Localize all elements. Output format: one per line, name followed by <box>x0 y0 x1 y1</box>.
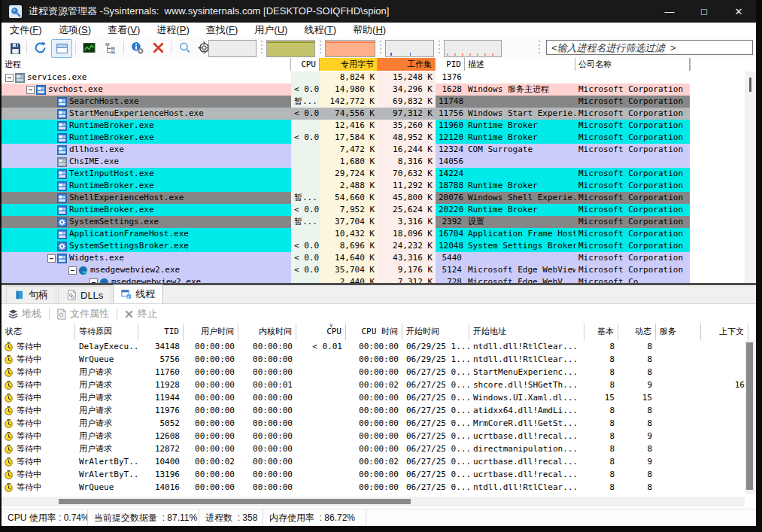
process-row[interactable]: ApplicationFrameHost.exe10,432 K18,096 K… <box>2 228 745 240</box>
thread-row[interactable]: 等待中DelayExecu...3414800:00:0000:00:00< 0… <box>2 340 745 353</box>
tree-collapse-box[interactable] <box>26 86 35 94</box>
refresh-button[interactable] <box>30 39 50 56</box>
process-row[interactable]: msedgewebview2.exe2,440 K7,312 K728Micro… <box>2 276 745 283</box>
process-row[interactable]: ShellExperienceHost.exe暂...54,660 K45,80… <box>2 192 745 204</box>
save-button[interactable] <box>5 39 25 56</box>
title-bar[interactable]: 进程资源管理器 -Sysinternals: www.sysinternals.… <box>2 0 756 23</box>
properties-button[interactable] <box>127 39 147 56</box>
commit-charge-graph[interactable] <box>266 40 315 57</box>
thread-row[interactable]: 等待中用户请求1194400:00:0000:00:0000:00:0006/2… <box>2 391 745 404</box>
minimize-button[interactable]: — <box>652 0 687 23</box>
physical-memory-graph[interactable] <box>325 40 375 57</box>
thread-column-header-service[interactable]: 服务 <box>656 324 701 340</box>
process-column-header-description[interactable]: 描述 <box>465 58 575 71</box>
thread-row[interactable]: 等待中用户请求1287200:00:0000:00:0000:00:0006/2… <box>2 442 745 455</box>
process-column-header-company[interactable]: 公司名称 <box>575 58 690 71</box>
thread-row[interactable]: 等待中用户请求1260800:00:0000:00:0000:00:0006/2… <box>2 430 745 442</box>
thread-row[interactable]: 等待中用户请求505200:00:0000:00:0000:00:0006/27… <box>2 417 745 430</box>
thread-column-header-tid[interactable]: TID <box>138 324 184 340</box>
gpu-usage-graph[interactable] <box>385 40 434 57</box>
toolbar-gripper[interactable] <box>261 41 263 55</box>
cpu-usage-graph[interactable] <box>208 40 257 57</box>
menu-item-5[interactable]: 用户(U) <box>246 23 296 38</box>
thread-column-header-context[interactable]: 上下文 <box>701 324 748 340</box>
show-lower-pane-button[interactable] <box>51 39 72 58</box>
process-row[interactable]: TextInputHost.exe29,724 K70,632 K14224Mi… <box>2 168 745 180</box>
thread-row[interactable]: 等待中用户请求1192800:00:0000:00:0100:00:0206/2… <box>2 378 745 391</box>
thread-column-header-cpu_time[interactable]: CPU 时间 <box>346 324 402 340</box>
process-row[interactable]: RuntimeBroker.exe12,416 K35,260 K11960Ru… <box>2 120 745 132</box>
process-tree-button[interactable] <box>100 39 120 56</box>
menu-item-7[interactable]: 帮助(H) <box>345 23 394 38</box>
process-row[interactable]: Widgets.exe< 0.0114,640 K43,316 K5440Mic… <box>2 252 745 264</box>
menu-item-6[interactable]: 线程(T) <box>296 23 345 38</box>
menu-item-3[interactable]: 进程(P) <box>148 23 197 38</box>
find-handle-button[interactable] <box>175 39 194 56</box>
kill-process-button[interactable] <box>148 39 168 56</box>
thread-row[interactable]: 等待中WrAlertByT...1040000:00:0200:00:0000:… <box>2 455 745 468</box>
menu-item-0[interactable]: 文件(F) <box>2 23 50 38</box>
thread-row[interactable]: 等待中WrQueue1401600:00:0000:00:0000:00:000… <box>2 481 745 494</box>
process-row[interactable]: msedgewebview2.exe< 0.0135,704 K9,176 K5… <box>2 264 745 276</box>
thread-column-header-dynamic[interactable]: 动态 <box>618 324 656 340</box>
process-pane-scrollbar[interactable] <box>745 71 756 283</box>
thread-column-header-cpu[interactable]: CPU∨ <box>296 324 346 340</box>
tab-dlls[interactable]: DLLs <box>58 286 111 303</box>
thread-column-header-start_time[interactable]: 开始时间 <box>402 324 469 340</box>
stack-button[interactable]: 堆栈 <box>8 307 41 321</box>
process-row[interactable]: RuntimeBroker.exe2,488 K11,292 K18788Run… <box>2 180 745 192</box>
process-row[interactable]: SystemSettingsBroker.exe< 0.018,696 K24,… <box>2 240 745 252</box>
thread-pane-scrollbar[interactable] <box>745 340 756 494</box>
io-activity-graph[interactable] <box>444 40 502 57</box>
process-pane-scrollbar-thumb[interactable] <box>749 78 751 92</box>
menu-item-2[interactable]: 查看(V) <box>99 23 148 38</box>
process-row[interactable]: RuntimeBroker.exe< 0.017,952 K25,624 K20… <box>2 204 745 216</box>
thread-row[interactable]: 等待中用户请求1176000:00:0000:00:0000:00:0006/2… <box>2 366 745 378</box>
close-button[interactable]: ✕ <box>721 0 756 23</box>
thread-pane-hscrollbar-thumb[interactable] <box>59 499 411 504</box>
toolbar-gripper[interactable] <box>439 41 441 55</box>
system-information-button[interactable] <box>79 39 99 56</box>
process-row[interactable]: SystemSettings.exe暂...37,704 K3,316 K239… <box>2 216 745 228</box>
process-row[interactable]: RuntimeBroker.exe< 0.0117,584 K48,952 K1… <box>2 132 745 144</box>
tree-collapse-box[interactable] <box>47 254 56 263</box>
toolbar-gripper[interactable] <box>380 41 382 55</box>
thread-column-header-start_address[interactable]: 开始地址 <box>469 324 584 340</box>
process-cell-name: RuntimeBroker.exe <box>2 120 291 132</box>
menu-item-4[interactable]: 查找(F) <box>198 23 247 38</box>
menu-item-1[interactable]: 选项(S) <box>50 23 99 38</box>
toolbar-gripper[interactable] <box>203 41 205 55</box>
thread-row[interactable]: 等待中WrAlertByT...1319600:00:0000:00:0000:… <box>2 468 745 481</box>
toolbar-gripper[interactable] <box>320 41 322 55</box>
tree-collapse-box[interactable] <box>68 266 77 275</box>
tab-threads[interactable]: 线程 <box>113 284 163 303</box>
tab-handles[interactable]: 句柄 <box>6 286 56 303</box>
process-row[interactable]: ChsIME.exe1,680 K8,316 K14056 <box>2 156 745 168</box>
process-row[interactable]: services.exe8,824 K15,248 K1376 <box>2 71 745 84</box>
tree-collapse-box[interactable] <box>5 74 14 82</box>
process-filter-input[interactable] <box>546 40 753 55</box>
thread-column-header-reason[interactable]: 等待原因 <box>75 324 138 340</box>
process-column-header-pid[interactable]: PID <box>436 58 465 71</box>
file-properties-button[interactable]: 文件属性 <box>56 307 109 321</box>
process-row[interactable]: dllhost.exe7,472 K16,244 K12324COM Surro… <box>2 144 745 156</box>
thread-column-header-state[interactable]: 状态 <box>2 324 75 340</box>
thread-column-header-base[interactable]: 基本 <box>584 324 618 340</box>
toolbar-gripper[interactable] <box>539 41 541 55</box>
thread-row[interactable]: 等待中用户请求1197600:00:0000:00:0000:00:0006/2… <box>2 404 745 417</box>
process-column-header-blank[interactable] <box>690 58 745 71</box>
maximize-button[interactable]: □ <box>687 0 721 23</box>
process-column-header-name[interactable]: 进程 <box>2 58 291 71</box>
process-column-header-working_set[interactable]: 工作集 <box>378 58 436 71</box>
process-column-header-cpu[interactable]: CPU <box>291 58 320 71</box>
process-row[interactable]: StartMenuExperienceHost.exe< 0.0174,556 … <box>2 108 745 120</box>
process-column-header-private_bytes[interactable]: 专用字节 <box>320 58 378 71</box>
thread-pane-hscrollbar[interactable] <box>2 497 745 506</box>
thread-column-header-kernel_time[interactable]: 内核时间 <box>238 324 296 340</box>
process-row[interactable]: SearchHost.exe暂...142,772 K69,832 K11748… <box>2 96 745 108</box>
terminate-button[interactable]: 终止 <box>123 307 157 321</box>
thread-row[interactable]: 等待中WrQueue575600:00:0000:00:0000:00:0006… <box>2 353 745 366</box>
process-row[interactable]: svchost.exe< 0.0114,980 K34,296 K1628Win… <box>2 84 745 96</box>
thread-column-header-user_time[interactable]: 用户时间 <box>184 324 238 340</box>
thread-pane-scrollbar-thumb[interactable] <box>746 342 753 490</box>
